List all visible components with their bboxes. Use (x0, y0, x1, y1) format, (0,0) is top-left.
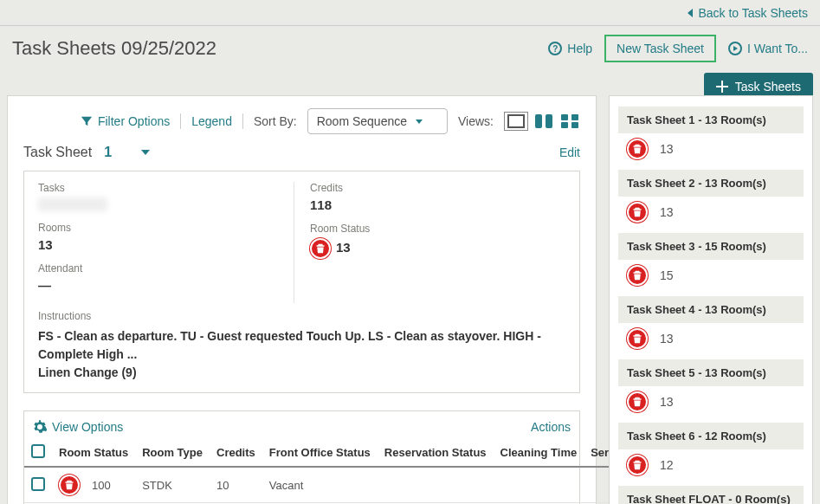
svg-rect-3 (561, 114, 568, 120)
credits-cell: 10 (210, 467, 262, 503)
cleaning-cell (494, 467, 584, 503)
select-all-checkbox[interactable] (31, 444, 45, 458)
svg-rect-6 (571, 122, 578, 128)
svg-rect-0 (508, 115, 524, 127)
sidebar-item-count: 12 (660, 458, 674, 472)
i-want-to-link[interactable]: I Want To... (728, 42, 808, 55)
help-label: Help (567, 42, 592, 55)
col-front-office[interactable]: Front Office Status (262, 439, 378, 467)
front-office-cell: Vacant (262, 467, 378, 503)
sidebar-item-title: Task Sheet 1 - 13 Room(s) (618, 107, 804, 133)
credits-label: Credits (310, 182, 565, 194)
tasks-value (38, 197, 107, 211)
rooms-label: Rooms (38, 222, 294, 234)
dirty-icon (59, 475, 80, 495)
col-credits[interactable]: Credits (210, 439, 262, 467)
main-panel: Filter Options Legend Sort By: Room Sequ… (7, 95, 597, 504)
tasks-label: Tasks (38, 182, 294, 194)
views-label: Views: (458, 114, 494, 128)
rooms-value: 13 (38, 237, 294, 252)
col-room-type[interactable]: Room Type (135, 439, 210, 467)
chevron-down-icon (416, 120, 423, 124)
back-link[interactable]: Back to Task Sheets (688, 6, 808, 20)
sort-by-value: Room Sequence (317, 114, 407, 128)
sidebar-task-sheet-item[interactable]: Task Sheet 1 - 13 Room(s)13 (618, 107, 804, 165)
summary-box: Tasks Rooms 13 Attendant — Credits 118 R… (23, 171, 580, 393)
dirty-icon (627, 265, 648, 286)
legend-link[interactable]: Legend (191, 114, 232, 128)
chevron-down-icon[interactable] (141, 150, 150, 155)
sidebar-task-sheet-item[interactable]: Task Sheet 3 - 15 Room(s)15 (618, 233, 804, 291)
view-split-icon (535, 114, 552, 128)
legend-label: Legend (191, 114, 232, 128)
move-icon (716, 81, 728, 93)
sort-by-select[interactable]: Room Sequence (307, 108, 448, 134)
dirty-icon (310, 238, 331, 259)
dirty-icon (627, 202, 648, 223)
actions-link[interactable]: Actions (531, 420, 571, 434)
instructions-label: Instructions (38, 310, 565, 322)
chevron-left-icon (688, 9, 693, 17)
room-status-label: Room Status (310, 223, 565, 235)
sidebar-task-sheet-item[interactable]: Task Sheet 2 - 13 Room(s)13 (618, 170, 804, 228)
sidebar-item-count: 15 (660, 268, 674, 282)
credits-value: 118 (310, 197, 565, 212)
sidebar-task-sheet-item[interactable]: Task Sheet 5 - 13 Room(s)13 (618, 359, 804, 417)
sidebar-item-count: 13 (660, 395, 674, 409)
help-link[interactable]: ? Help (548, 42, 592, 55)
sort-by-label: Sort By: (254, 114, 297, 128)
instructions-text: FS - Clean as departure. TU - Guest requ… (38, 327, 565, 382)
sidebar-item-title: Task Sheet 4 - 13 Room(s) (618, 296, 804, 323)
edit-link[interactable]: Edit (559, 145, 580, 159)
view-options-link[interactable]: View Options (33, 420, 123, 434)
new-task-sheet-button[interactable]: New Task Sheet (604, 35, 716, 62)
arrow-right-circle-icon (728, 42, 742, 55)
help-icon: ? (548, 42, 562, 55)
task-sheets-sidebar: Task Sheet 1 - 13 Room(s)13Task Sheet 2 … (609, 95, 813, 504)
funnel-icon (81, 115, 93, 127)
sidebar-task-sheet-item[interactable]: Task Sheet FLOAT - 0 Room(s) (618, 486, 804, 504)
sidebar-item-title: Task Sheet FLOAT - 0 Room(s) (618, 486, 804, 504)
task-sheets-button-label: Task Sheets (735, 80, 801, 94)
view-split-button[interactable] (533, 112, 554, 131)
sidebar-task-sheet-item[interactable]: Task Sheet 6 - 12 Room(s)12 (618, 423, 804, 481)
task-sheet-label: Task Sheet (23, 145, 92, 160)
view-single-icon (507, 114, 525, 128)
view-options-label: View Options (52, 420, 123, 434)
sidebar-item-count: 13 (660, 332, 674, 346)
col-reservation[interactable]: Reservation Status (378, 439, 494, 467)
filter-options-link[interactable]: Filter Options (81, 114, 170, 128)
sidebar-item-count: 13 (660, 142, 674, 156)
dirty-icon (627, 139, 648, 159)
rooms-table: Room Status Room Type Credits Front Offi… (24, 439, 616, 504)
dirty-icon (627, 455, 648, 475)
dirty-icon (627, 328, 648, 349)
task-sheet-number[interactable]: 1 (104, 145, 112, 160)
divider (180, 113, 181, 129)
room-number: 100 (92, 479, 111, 492)
attendant-value: — (38, 278, 294, 293)
sidebar-task-sheet-item[interactable]: Task Sheet 4 - 13 Room(s)13 (618, 296, 804, 354)
table-row[interactable]: 100STDK10Vacant (24, 467, 616, 503)
gear-icon (33, 420, 47, 434)
room-status-count: 13 (336, 240, 351, 255)
svg-rect-1 (535, 114, 542, 128)
svg-rect-5 (561, 122, 568, 128)
sidebar-item-title: Task Sheet 6 - 12 Room(s) (618, 423, 804, 449)
divider (242, 113, 243, 129)
row-checkbox[interactable] (31, 477, 45, 491)
col-cleaning[interactable]: Cleaning Time (494, 439, 584, 467)
svg-rect-4 (571, 114, 578, 120)
sidebar-item-count: 13 (660, 205, 674, 219)
i-want-to-label: I Want To... (747, 42, 808, 55)
page-title: Task Sheets 09/25/2022 (12, 37, 216, 60)
back-link-label: Back to Task Sheets (698, 6, 808, 20)
view-grid-button[interactable] (559, 112, 580, 131)
instructions-line: Linen Change (9) (38, 364, 565, 382)
col-room-status[interactable]: Room Status (52, 439, 135, 467)
room-type-cell: STDK (135, 467, 210, 503)
sidebar-item-title: Task Sheet 3 - 15 Room(s) (618, 233, 804, 260)
view-single-button[interactable] (504, 112, 528, 131)
attendant-label: Attendant (38, 262, 294, 275)
view-grid-icon (561, 114, 578, 128)
